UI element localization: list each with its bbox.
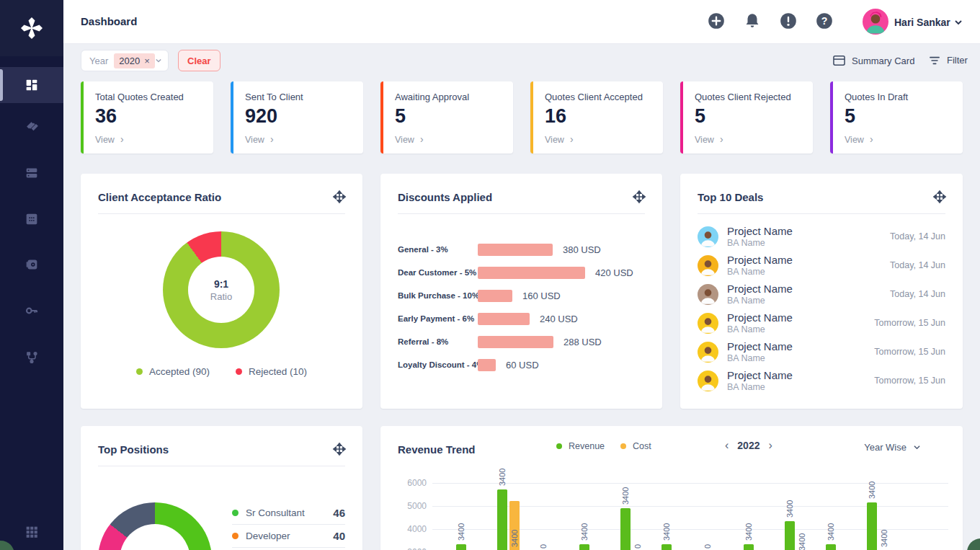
revenue-bar[interactable]: [662, 544, 672, 550]
year-chip-remove-icon[interactable]: ×: [144, 56, 150, 66]
sidebar-item-storage[interactable]: [0, 159, 63, 187]
y-axis-tick: 6000: [393, 478, 427, 488]
chat-widget-right[interactable]: [967, 538, 980, 550]
chevron-right-icon: ›: [420, 133, 424, 145]
acceptance-legend: Accepted (90) Rejected (10): [81, 366, 362, 377]
discount-row: Dear Customer - 5% 420 USD: [398, 261, 645, 284]
bar-value-label: 3400: [662, 523, 671, 541]
stat-card-2: Awaiting Approval 5 View›: [380, 81, 513, 154]
revenue-trend-card: Revenue Trend Revenue Cost ‹ 2022 › Year…: [380, 426, 963, 550]
whats-new-button[interactable]: [779, 12, 798, 30]
deal-row[interactable]: Project Name BA Name Today, 14 Jun: [698, 222, 945, 251]
year-wise-label: Year Wise: [864, 442, 906, 453]
divider: [398, 213, 645, 214]
filter-button[interactable]: Filter: [929, 55, 968, 66]
user-menu-chevron-down-icon[interactable]: [954, 19, 963, 26]
revenue-bar[interactable]: [620, 508, 631, 550]
discount-value: 160 USD: [522, 290, 561, 301]
legend-dot: [620, 443, 626, 449]
deal-text: Project Name BA Name: [727, 254, 793, 276]
revenue-bar[interactable]: [456, 544, 466, 550]
bar-value-label: 0: [633, 544, 642, 549]
client-acceptance-card: Client Acceptance Ratio 9:1 Ratio Accept…: [81, 174, 362, 409]
deal-row[interactable]: Project Name BA Name Tomorrow, 15 Jun: [698, 309, 945, 337]
sidebar-item-keys[interactable]: [0, 296, 63, 325]
deal-row[interactable]: Project Name BA Name Today, 14 Jun: [698, 280, 945, 309]
legend-dot: [556, 443, 562, 449]
sidebar-item-integrations[interactable]: [0, 342, 63, 371]
discount-label: Dear Customer - 5%: [398, 268, 478, 277]
sidebar-item-apps[interactable]: [0, 518, 63, 546]
help-button[interactable]: ?: [815, 12, 834, 30]
view-link[interactable]: View›: [395, 133, 424, 145]
move-handle-icon[interactable]: [332, 442, 347, 456]
sidebar-item-quotes[interactable]: [0, 205, 63, 234]
view-link[interactable]: View›: [545, 133, 574, 145]
deal-ba-name: BA Name: [727, 324, 793, 334]
deal-row[interactable]: Project Name BA Name Tomorrow, 15 Jun: [698, 366, 945, 395]
deal-avatar: [698, 255, 718, 276]
position-label: Developer: [246, 531, 290, 541]
move-handle-icon[interactable]: [332, 190, 347, 204]
person-icon: [698, 371, 718, 391]
year-wise-dropdown[interactable]: Year Wise: [864, 442, 921, 453]
deal-ba-name: BA Name: [727, 353, 793, 363]
card-title: Top 10 Deals: [698, 191, 763, 203]
view-link[interactable]: View›: [845, 133, 873, 145]
handshake-icon: [24, 119, 40, 135]
view-link[interactable]: View›: [95, 133, 124, 145]
revenue-bar[interactable]: [497, 489, 507, 550]
chevron-down-icon: [913, 444, 921, 451]
revenue-bar[interactable]: [579, 544, 589, 550]
add-button[interactable]: [707, 12, 726, 30]
app-logo[interactable]: [0, 0, 63, 56]
next-year-chevron-right-icon[interactable]: ›: [768, 439, 772, 452]
user-name[interactable]: Hari Sankar: [894, 17, 950, 28]
key-icon: [24, 303, 40, 319]
stat-label: Quotes Client Rejected: [695, 92, 801, 102]
move-handle-icon[interactable]: [932, 190, 947, 204]
sidebar-item-cards[interactable]: [0, 250, 63, 279]
view-link[interactable]: View›: [245, 133, 274, 145]
discount-bar: [478, 244, 553, 256]
legend-item[interactable]: Rejected (10): [236, 366, 307, 377]
year-filter-chevron-down-icon[interactable]: [155, 58, 162, 63]
notifications-button[interactable]: [743, 12, 762, 30]
stat-value: 5: [845, 105, 951, 128]
bar-value-label: 3400: [498, 468, 507, 485]
legend-item[interactable]: Cost: [620, 441, 651, 451]
sidebar-item-deals[interactable]: [0, 112, 63, 141]
legend-label: Accepted (90): [149, 366, 210, 377]
summary-card-button[interactable]: Summary Card: [833, 55, 914, 66]
stat-card-0: Total Quotes Created 36 View›: [81, 81, 213, 154]
discount-row: Referral - 8% 288 USD: [398, 330, 645, 353]
stat-value: 5: [695, 105, 801, 128]
user-avatar[interactable]: [863, 9, 888, 35]
y-axis-tick: 3000: [393, 547, 427, 550]
position-label: Sr Consultant: [246, 507, 305, 518]
revenue-bar[interactable]: [826, 544, 836, 550]
legend-item[interactable]: Accepted (90): [136, 366, 210, 377]
year-chip: 2020 ×: [114, 53, 155, 68]
position-legend-row[interactable]: Sr Consultant 46: [232, 502, 345, 525]
view-link[interactable]: View›: [695, 133, 723, 145]
stat-label: Quotes In Draft: [845, 92, 951, 102]
discount-label: Bulk Purchase - 10%: [398, 291, 478, 300]
prev-year-chevron-left-icon[interactable]: ‹: [725, 439, 729, 452]
deal-row[interactable]: Project Name BA Name Tomorrow, 15 Jun: [698, 337, 945, 366]
move-handle-icon[interactable]: [632, 190, 646, 204]
revenue-bar[interactable]: [867, 502, 877, 550]
revenue-bar[interactable]: [744, 544, 754, 550]
year-chip-value: 2020: [119, 56, 140, 66]
year-filter-select[interactable]: Year 2020 ×: [81, 50, 169, 71]
deal-project-name: Project Name: [727, 283, 793, 295]
deal-row[interactable]: Project Name BA Name Today, 14 Jun: [698, 251, 945, 280]
position-legend-row[interactable]: Developer 40: [232, 525, 345, 548]
revenue-bar[interactable]: [785, 521, 795, 550]
legend-item[interactable]: Revenue: [556, 441, 605, 451]
sidebar-item-dashboard[interactable]: [0, 67, 63, 103]
clear-filters-button[interactable]: Clear: [178, 50, 220, 71]
legend-dot: [236, 368, 242, 375]
discount-bar: [478, 336, 553, 348]
card-title: Top Positions: [98, 443, 169, 456]
